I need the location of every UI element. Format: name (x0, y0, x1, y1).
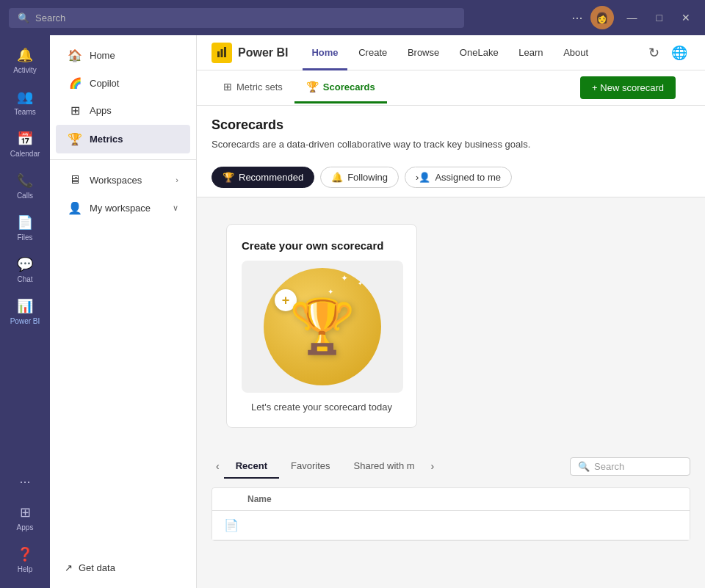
search-icon: 🔍 (18, 12, 29, 23)
sidebar-get-data[interactable]: ↗ Get data (62, 556, 184, 579)
workspaces-icon: 🖥 (68, 173, 82, 186)
filter-tab-following-label: Following (347, 172, 388, 183)
workspaces-chevron-icon: › (176, 175, 178, 184)
my-workspace-chevron-icon: ∨ (173, 203, 178, 213)
sidebar-nav-metrics-label: Metrics (90, 134, 123, 145)
search-bar[interactable]: 🔍 (9, 8, 464, 28)
calendar-icon: 📅 (17, 131, 33, 147)
scorecard-card-desc: Let's create your scorecard today (242, 402, 402, 413)
filter-tab-recommended[interactable]: 🏆 Recommended (212, 167, 314, 188)
nav-create[interactable]: Create (350, 37, 396, 70)
main-content: ⊞ Metric sets 🏆 Scorecards + New scoreca… (197, 70, 705, 588)
new-scorecard-button[interactable]: + New scorecard (580, 76, 676, 99)
more-options-icon[interactable]: ··· (572, 10, 583, 26)
sidebar-spacer (50, 222, 196, 548)
sidebar-item-files[interactable]: 📄 Files (3, 208, 47, 247)
recent-next-button[interactable]: › (427, 457, 439, 475)
tab-bar-btn: + New scorecard (580, 70, 690, 105)
powerbi-icon: 📊 (17, 298, 33, 314)
sidebar-item-chat[interactable]: 💬 Chat (3, 250, 47, 289)
metrics-icon: 🏆 (68, 132, 82, 146)
minimize-button[interactable]: — (621, 10, 643, 25)
refresh-icon[interactable]: ↻ (646, 42, 662, 64)
my-workspace-icon: 👤 (68, 201, 82, 215)
sidebar-nav-workspaces[interactable]: 🖥 Workspaces › (56, 166, 190, 194)
tab-shared[interactable]: Shared with m (342, 454, 427, 479)
nav-learn[interactable]: Learn (510, 37, 552, 70)
sidebar-nav-home[interactable]: 🏠 Home (56, 41, 190, 70)
recent-search-input[interactable] (594, 461, 682, 472)
nav-about[interactable]: About (554, 37, 597, 70)
file-icon: 📄 (224, 519, 239, 531)
tab-metric-sets[interactable]: ⊞ Metric sets (212, 72, 294, 104)
help-icon: ❓ (17, 546, 33, 562)
sidebar-item-calls-label: Calls (17, 192, 33, 200)
apps-icon: ⊞ (20, 504, 31, 520)
filter-tab-assigned[interactable]: ›👤 Assigned to me (405, 167, 512, 188)
chat-icon: 💬 (17, 256, 33, 272)
recent-search-icon: 🔍 (578, 461, 590, 472)
assigned-icon: ›👤 (416, 172, 430, 183)
sidebar-nav-copilot[interactable]: 🌈 Copilot (56, 70, 190, 96)
tab-recent[interactable]: Recent (224, 454, 279, 479)
tab-scorecards-label: Scorecards (323, 81, 375, 92)
globe-icon[interactable]: 🌐 (668, 42, 690, 64)
recent-prev-button[interactable]: ‹ (212, 457, 224, 475)
nav-browse[interactable]: Browse (399, 37, 448, 70)
table-container: Name 📄 (212, 487, 690, 541)
search-input[interactable] (35, 12, 455, 23)
home-icon: 🏠 (68, 48, 82, 62)
table-col-name-header: Name (247, 494, 678, 504)
tab-scorecards[interactable]: 🏆 Scorecards (294, 72, 387, 104)
nav-home[interactable]: Home (303, 37, 347, 70)
sidebar-nav-my-workspace[interactable]: 👤 My workspace ∨ (56, 194, 190, 222)
brand: Power BI (212, 43, 288, 63)
filter-tab-recommended-label: Recommended (239, 172, 303, 183)
bottom-section: ‹ Recent Favorites Shared with m › 🔍 (197, 440, 705, 556)
sidebar-item-help-label: Help (18, 565, 33, 573)
scorecard-card-title: Create your own scorecard (242, 239, 383, 252)
sidebar-item-activity[interactable]: 🔔 Activity (3, 41, 47, 80)
sidebar-item-calls[interactable]: 📞 Calls (3, 167, 47, 206)
sidebar-item-more[interactable]: ··· (3, 468, 47, 496)
sidebar-footer: ↗ Get data (50, 548, 196, 588)
sidebar-item-powerbi-label: Power BI (10, 317, 40, 325)
sidebar-item-powerbi[interactable]: 📊 Power BI (3, 292, 47, 331)
sidebar: 🏠 Home 🌈 Copilot ⊞ Apps 🏆 Metrics 🖥 Work… (50, 35, 197, 588)
calls-icon: 📞 (17, 173, 33, 189)
svg-rect-3 (224, 47, 226, 57)
filter-tab-assigned-label: Assigned to me (435, 172, 501, 183)
scorecard-section: Create your own scorecard + 🏆 ✦ ✦ ✦ (197, 197, 705, 440)
sidebar-item-files-label: Files (17, 233, 32, 242)
recent-tabs-bar: ‹ Recent Favorites Shared with m › 🔍 (212, 454, 690, 479)
tab-favorites[interactable]: Favorites (279, 454, 341, 479)
sidebar-nav-metrics[interactable]: 🏆 Metrics (56, 125, 190, 153)
activity-icon: 🔔 (17, 47, 33, 63)
close-button[interactable]: ✕ (676, 10, 696, 25)
tab-metric-sets-label: Metric sets (236, 81, 283, 92)
sidebar-nav-workspaces-label: Workspaces (90, 175, 142, 186)
maximize-button[interactable]: □ (651, 10, 668, 25)
title-bar: 🔍 ··· 👩 — □ ✕ (0, 0, 705, 35)
copilot-icon: 🌈 (68, 77, 82, 89)
filter-tab-following[interactable]: 🔔 Following (320, 167, 399, 188)
files-icon: 📄 (17, 214, 33, 231)
sidebar-item-calendar-label: Calendar (10, 150, 40, 158)
trophy-circle: + 🏆 ✦ ✦ ✦ (264, 268, 381, 385)
sidebar-item-teams-label: Teams (14, 108, 35, 116)
sidebar-item-help[interactable]: ❓ Help (3, 540, 47, 579)
following-icon: 🔔 (331, 172, 343, 183)
get-data-arrow-icon: ↗ (65, 562, 73, 573)
title-bar-actions: ··· 👩 — □ ✕ (572, 6, 696, 29)
sidebar-item-teams[interactable]: 👥 Teams (3, 83, 47, 122)
sidebar-item-calendar[interactable]: 📅 Calendar (3, 125, 47, 164)
sidebar-nav-my-workspace-label: My workspace (90, 203, 151, 214)
nav-onelake[interactable]: OneLake (451, 37, 507, 70)
sidebar-nav-apps[interactable]: ⊞ Apps (56, 96, 190, 125)
avatar[interactable]: 👩 (590, 6, 614, 29)
recent-search[interactable]: 🔍 (570, 457, 690, 476)
sidebar-item-apps[interactable]: ⊞ Apps (3, 498, 47, 537)
sparkle-icon-1: ✦ (341, 273, 348, 283)
scorecard-card[interactable]: Create your own scorecard + 🏆 ✦ ✦ ✦ (226, 224, 417, 428)
page-description: Scorecards are a data-driven collaborati… (212, 137, 690, 152)
